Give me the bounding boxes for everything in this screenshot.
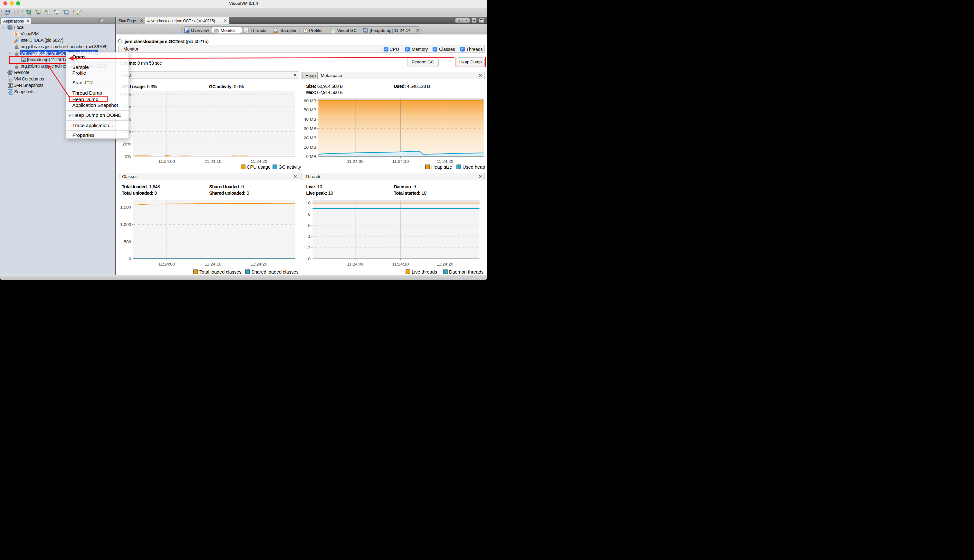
- svg-text:GC activity: GC activity: [279, 165, 301, 170]
- svg-text:50 MB: 50 MB: [304, 107, 316, 112]
- svg-text:JMX: JMX: [37, 13, 40, 14]
- svg-text:1,500: 1,500: [120, 205, 131, 210]
- svg-text:0 MB: 0 MB: [306, 154, 316, 159]
- svg-text:4: 4: [308, 234, 311, 239]
- svg-text:500: 500: [124, 240, 131, 244]
- svg-text:11:24:00: 11:24:00: [347, 159, 364, 164]
- svg-text:11:24:00: 11:24:00: [159, 262, 175, 267]
- svg-text:JFR: JFR: [56, 13, 58, 14]
- svg-text:11:24:20: 11:24:20: [251, 159, 267, 164]
- svg-text:20 MB: 20 MB: [304, 135, 316, 140]
- svg-text:11:24:10: 11:24:10: [205, 159, 222, 164]
- svg-text:Heap size: Heap size: [431, 165, 452, 170]
- svg-text:0: 0: [308, 257, 311, 261]
- svg-text:11:24:10: 11:24:10: [392, 262, 409, 267]
- svg-text:CPU usage: CPU usage: [247, 165, 271, 170]
- svg-text:Live threads: Live threads: [412, 269, 437, 275]
- svg-text:0: 0: [129, 257, 131, 261]
- svg-text:11:24:20: 11:24:20: [251, 262, 267, 267]
- svg-text:11:24:10: 11:24:10: [205, 262, 222, 267]
- svg-text:11:24:00: 11:24:00: [159, 159, 175, 164]
- svg-text:6: 6: [308, 223, 311, 228]
- svg-text:Used heap: Used heap: [463, 165, 485, 170]
- svg-text:Shared loaded classes: Shared loaded classes: [251, 269, 299, 275]
- svg-text:30 MB: 30 MB: [304, 126, 316, 131]
- svg-text:01: 01: [47, 13, 49, 15]
- svg-text:1,000: 1,000: [120, 222, 131, 227]
- svg-text:11:24:10: 11:24:10: [392, 159, 409, 164]
- svg-text:60 MB: 60 MB: [304, 98, 316, 103]
- svg-text:11:24:00: 11:24:00: [347, 262, 364, 267]
- svg-text:8: 8: [308, 212, 311, 217]
- svg-text:Total loaded classes: Total loaded classes: [199, 269, 242, 275]
- svg-text:10 MB: 10 MB: [304, 145, 316, 150]
- svg-text:20%: 20%: [122, 142, 131, 147]
- svg-text:0%: 0%: [125, 154, 131, 159]
- svg-text:11:24:20: 11:24:20: [437, 262, 453, 267]
- svg-text:11:24:20: 11:24:20: [437, 159, 453, 164]
- svg-text:Daemon threads: Daemon threads: [449, 269, 483, 275]
- svg-text:10: 10: [306, 200, 311, 205]
- svg-text:40 MB: 40 MB: [304, 117, 316, 122]
- svg-text:2: 2: [308, 245, 311, 250]
